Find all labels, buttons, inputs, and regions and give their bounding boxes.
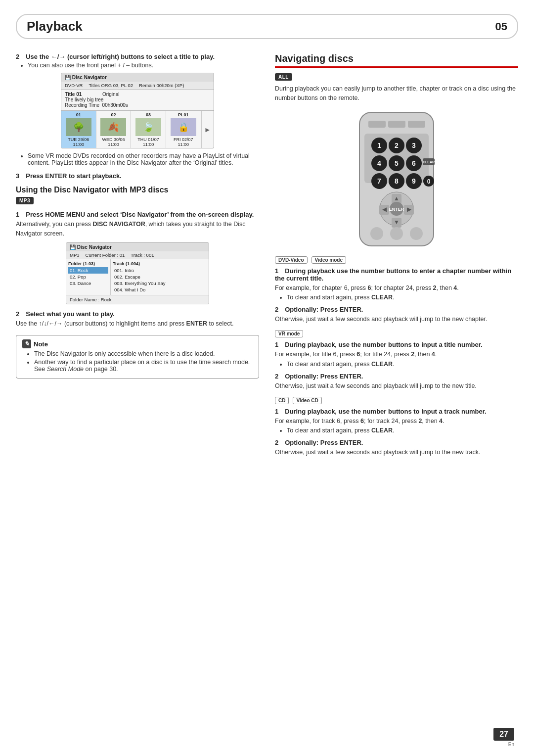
screen-mp3-track: Track : 001: [131, 252, 154, 258]
thumb-01: 01 🌳 TUE 29/06 11:00: [61, 111, 96, 148]
thumb-icon-leaf1: 🍂: [100, 118, 126, 136]
note-label: Note: [34, 340, 48, 348]
thumb-time-4: 11:00: [167, 142, 200, 147]
video-cd-badge: Video CD: [293, 397, 321, 404]
mp3-section-title: Using the Disc Navigator with MP3 discs: [16, 186, 259, 194]
mp3-folder-dance: 03. Dance: [68, 280, 108, 286]
right-intro: During playback you can easily jump to a…: [275, 84, 518, 103]
cd-step-1-head: 1 During playback, use the number button…: [275, 408, 518, 415]
cd-badge: CD: [275, 397, 289, 404]
step-3-head: 3 Press ENTER to start playback.: [16, 172, 259, 180]
step-2-bullet-1: You can also use the front panel + / – b…: [28, 62, 259, 69]
thumb-icon-tree: 🌳: [66, 118, 91, 136]
cd-mode-badges: CD Video CD: [275, 397, 518, 404]
screen1-title: 💾 Disc Navigator: [65, 75, 107, 80]
svg-rect-3: [408, 121, 425, 128]
screen1-subheader: DVD-VR Titles ORG 03, PL 02 Remain 00h20…: [61, 82, 214, 90]
screen1-remain: Remain 00h20m (XP): [139, 83, 184, 88]
note-icon: ✎: [22, 339, 31, 348]
step-2: 2 Use the ←/→ (cursor left/right) button…: [16, 53, 259, 166]
vr-step-2-body: Otherwise, just wait a few seconds and p…: [275, 381, 518, 391]
svg-point-38: [370, 227, 383, 240]
dvd-step-1-bullets: To clear and start again, press CLEAR.: [283, 294, 518, 301]
svg-rect-1: [368, 121, 386, 128]
thumb-time-3: 11:00: [132, 142, 165, 147]
svg-text:9: 9: [412, 177, 416, 185]
svg-text:6: 6: [412, 159, 416, 167]
note-item-1: The Disc Navigator is only accessible wh…: [34, 350, 253, 357]
thumb-date-4: FRI 02/07: [167, 137, 200, 142]
svg-text:ENTER: ENTER: [389, 207, 404, 212]
vr-step-2: 2 Optionally: Press ENTER. Otherwise, ju…: [275, 373, 518, 391]
screen-mp3-body: Folder (1-03) 01. Rock 02. Pop 03. Dance…: [66, 259, 209, 295]
svg-text:8: 8: [395, 177, 399, 185]
thumb-03: 03 🍃 THU 01/07 11:00: [131, 111, 166, 148]
dvd-step-1: 1 During playback use the number buttons…: [275, 267, 518, 301]
cd-step-1-bullet: To clear and start again, press CLEAR.: [287, 427, 518, 434]
svg-text:7: 7: [377, 177, 381, 185]
thumb-icon-leaf2: 🍃: [135, 118, 161, 136]
screen1-thumbs: 01 🌳 TUE 29/06 11:00 02 🍂 WED 30/06 11:0…: [61, 110, 214, 148]
vr-mode-section: VR mode 1 During playback, use the numbe…: [275, 330, 518, 391]
mp3-section-heading: Using the Disc Navigator with MP3 discs …: [16, 186, 259, 208]
thumb-pl01: PL01 🔒 FRI 02/07 11:00: [166, 111, 201, 148]
mp3-step-1-body: Alternatively, you can press DISC NAVIGA…: [16, 220, 259, 238]
note-item-2: Another way to find a particular place o…: [34, 359, 253, 373]
svg-text:▼: ▼: [394, 219, 400, 226]
vr-step-1-head: 1 During playback, use the number button…: [275, 341, 518, 348]
step-2-note: Some VR mode DVDs recorded on other reco…: [24, 152, 259, 166]
screen1-original-label: Original: [102, 92, 119, 97]
screen-mp3-folder: Current Folder : 01: [86, 252, 125, 258]
note-list: The Disc Navigator is only accessible wh…: [30, 350, 253, 373]
cd-step-1-bullets: To clear and start again, press CLEAR.: [283, 427, 518, 434]
screen1-lively-label: The lively big tree: [65, 97, 103, 102]
screen1-header: 💾 Disc Navigator: [61, 73, 214, 82]
page-footer: 27 En: [493, 728, 514, 747]
mp3-track-3: 003. Everything You Say: [113, 280, 207, 286]
cd-step-2: 2 Optionally: Press ENTER. Otherwise, ju…: [275, 439, 518, 457]
step-2-head: 2 Use the ←/→ (cursor left/right) button…: [16, 53, 259, 60]
svg-text:0: 0: [427, 178, 431, 185]
mp3-track-list: Track (1-004) 001. Intro 002. Escape 003…: [111, 259, 209, 295]
vr-mode-badge: VR mode: [275, 330, 303, 337]
note-head: ✎ Note: [22, 339, 253, 348]
step-3: 3 Press ENTER to start playback.: [16, 172, 259, 180]
dvd-step-1-bullet: To clear and start again, press CLEAR.: [287, 294, 518, 301]
mp3-step-2-body: Use the ↑/↓/←/→ (cursor buttons) to high…: [16, 319, 259, 329]
all-badge: ALL: [275, 73, 292, 81]
mp3-step-1: 1 Press HOME MENU and select ‘Disc Navig…: [16, 211, 259, 304]
mp3-step-2-head: 2 Select what you want to play.: [16, 310, 259, 318]
thumb-date-1: TUE 29/06: [62, 137, 95, 142]
dvd-step-1-head: 1 During playback use the number buttons…: [275, 267, 518, 282]
screen-mp3-header: 💾 Disc Navigator: [66, 243, 209, 251]
mp3-badge: MP3: [16, 197, 34, 204]
vr-step-1-body: For example, for title 6, press 6; for t…: [275, 350, 518, 359]
thumb-icon-pl: 🔒: [171, 118, 196, 136]
screen1-disc-type: DVD-VR: [65, 83, 83, 88]
svg-text:▶: ▶: [407, 206, 412, 213]
svg-text:1: 1: [377, 142, 381, 149]
page-lang: En: [508, 742, 514, 747]
svg-text:2: 2: [395, 142, 399, 149]
screen-mp3-title: 💾 Disc Navigator: [70, 244, 112, 250]
cd-section: CD Video CD 1 During playback, use the n…: [275, 397, 518, 458]
svg-text:CLEAR: CLEAR: [423, 160, 435, 164]
vr-step-2-head: 2 Optionally: Press ENTER.: [275, 373, 518, 380]
mp3-folder-rock: 01. Rock: [68, 267, 108, 274]
page-header: Playback 05: [16, 14, 518, 39]
svg-text:▲: ▲: [394, 195, 400, 202]
vr-step-1-bullet: To clear and start again, press CLEAR.: [287, 361, 518, 368]
disc-navigator-screen-1: 💾 Disc Navigator DVD-VR Titles ORG 03, P…: [61, 73, 214, 148]
mp3-folder-list: Folder (1-03) 01. Rock 02. Pop 03. Dance: [66, 259, 111, 295]
svg-text:4: 4: [377, 159, 381, 167]
svg-rect-2: [388, 121, 405, 128]
page-title: Playback: [27, 19, 83, 34]
disc-navigator-screen-mp3: 💾 Disc Navigator MP3 Current Folder : 01…: [66, 242, 209, 304]
dvd-step-2-head: 2 Optionally: Press ENTER.: [275, 306, 518, 313]
thumb-time-2: 11:00: [97, 142, 130, 147]
cd-step-2-body: Otherwise, just wait a few seconds and p…: [275, 448, 518, 457]
remote-image: 1 2 3 4 5 6 CLEAR 7 8: [350, 110, 444, 248]
mp3-folder-header: Folder (1-03): [68, 261, 108, 266]
screen-mp3-subheader: MP3 Current Folder : 01 Track : 001: [66, 251, 209, 259]
cd-step-1-body: For example, for track 6, press 6; for t…: [275, 417, 518, 426]
